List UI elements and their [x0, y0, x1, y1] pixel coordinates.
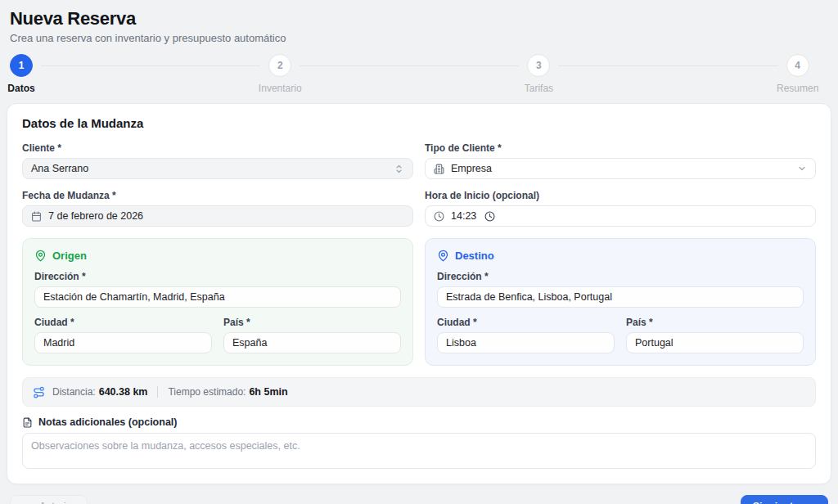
step-resumen[interactable]: 4 Resumen — [786, 54, 828, 95]
distancia-value: 640.38 km — [99, 386, 148, 398]
notas-label: Notas adicionales (opcional) — [38, 416, 177, 428]
step-connector — [300, 65, 519, 66]
fecha-picker[interactable]: 7 de febrero de 2026 — [22, 205, 413, 227]
step-inventario[interactable]: 2 Inventario — [268, 54, 527, 95]
destino-direccion-input[interactable] — [437, 286, 804, 308]
tiempo-value: 6h 5min — [249, 386, 287, 398]
step-connector — [558, 65, 777, 66]
step-2-circle: 2 — [268, 54, 291, 77]
step-tarifas[interactable]: 3 Tarifas — [527, 54, 786, 95]
origen-pais-input[interactable] — [223, 332, 401, 353]
anterior-button[interactable]: ← Anterior — [10, 495, 88, 504]
chevrons-up-down-icon — [394, 164, 404, 174]
arrow-right-icon: → — [805, 502, 816, 504]
time-picker-clock-icon[interactable] — [484, 211, 495, 222]
divider — [157, 386, 158, 398]
origen-direccion-label: Dirección * — [34, 271, 401, 282]
hora-input[interactable]: 14:23 — [425, 205, 816, 227]
origen-title: Origen — [52, 250, 87, 262]
origen-ciudad-label: Ciudad * — [34, 317, 212, 328]
distance-info-bar: Distancia: 640.38 km Tiempo estimado: 6h… — [22, 377, 816, 407]
origen-ciudad-input[interactable] — [34, 332, 212, 353]
tipo-cliente-value: Empresa — [451, 163, 797, 174]
destino-ciudad-input[interactable] — [437, 332, 615, 353]
cliente-select[interactable]: Ana Serrano — [22, 158, 413, 179]
destino-title: Destino — [455, 250, 494, 262]
origen-direccion-input[interactable] — [34, 286, 401, 308]
tipo-cliente-label: Tipo de Cliente * — [425, 142, 816, 154]
new-reservation-page: Nueva Reserva Crea una reserva con inven… — [0, 0, 838, 504]
stepper: 1 Datos 2 Inventario 3 Tarifas 4 Resumen — [10, 54, 828, 95]
arrow-left-icon: ← — [22, 502, 33, 504]
cliente-value: Ana Serrano — [31, 163, 394, 174]
page-subtitle: Crea una reserva con inventario y presup… — [10, 32, 828, 44]
step-connector — [41, 65, 260, 66]
calendar-icon — [31, 211, 42, 222]
step-datos[interactable]: 1 Datos — [10, 54, 268, 95]
chevron-down-icon — [797, 164, 807, 173]
section-title: Datos de la Mudanza — [22, 116, 816, 130]
page-title: Nueva Reserva — [10, 8, 828, 29]
destino-pais-input[interactable] — [626, 332, 804, 353]
notes-section: Notas adicionales (opcional) — [22, 416, 816, 472]
cliente-label: Cliente * — [22, 142, 413, 154]
origen-map-pin-icon — [34, 250, 47, 262]
wizard-footer: ← Anterior Siguiente → — [10, 495, 828, 504]
form-card: Datos de la Mudanza Cliente * Ana Serran… — [7, 103, 831, 484]
tipo-cliente-select[interactable]: Empresa — [425, 158, 816, 179]
tiempo-label: Tiempo estimado: — [168, 386, 246, 398]
destino-section: Destino Dirección * Ciudad * País * — [425, 238, 816, 366]
step-4-label: Resumen — [777, 83, 818, 94]
origen-pais-label: País * — [223, 317, 401, 328]
step-3-label: Tarifas — [525, 83, 553, 94]
page-header: Nueva Reserva Crea una reserva con inven… — [10, 8, 828, 44]
siguiente-button[interactable]: Siguiente → — [741, 495, 828, 504]
distancia-label: Distancia: — [52, 386, 96, 398]
step-4-circle: 4 — [786, 54, 809, 77]
destino-ciudad-label: Ciudad * — [437, 317, 615, 328]
clock-icon — [434, 211, 444, 222]
siguiente-label: Siguiente — [753, 501, 799, 504]
route-icon — [33, 386, 45, 398]
destino-map-pin-icon — [437, 250, 449, 262]
hora-value: 14:23 — [451, 210, 476, 222]
step-2-label: Inventario — [259, 83, 302, 94]
document-icon — [22, 417, 33, 428]
anterior-label: Anterior — [39, 501, 75, 504]
fecha-value: 7 de febrero de 2026 — [48, 210, 404, 222]
hora-label: Hora de Inicio (opcional) — [425, 190, 816, 201]
step-3-circle: 3 — [527, 54, 550, 77]
destino-pais-label: País * — [626, 317, 804, 328]
building-icon — [434, 164, 444, 174]
origen-section: Origen Dirección * Ciudad * País * — [22, 238, 413, 366]
step-1-circle: 1 — [10, 54, 33, 77]
notas-textarea[interactable] — [22, 433, 816, 469]
destino-direccion-label: Dirección * — [437, 271, 804, 282]
fecha-label: Fecha de Mudanza * — [22, 190, 413, 201]
step-1-label: Datos — [7, 83, 34, 94]
